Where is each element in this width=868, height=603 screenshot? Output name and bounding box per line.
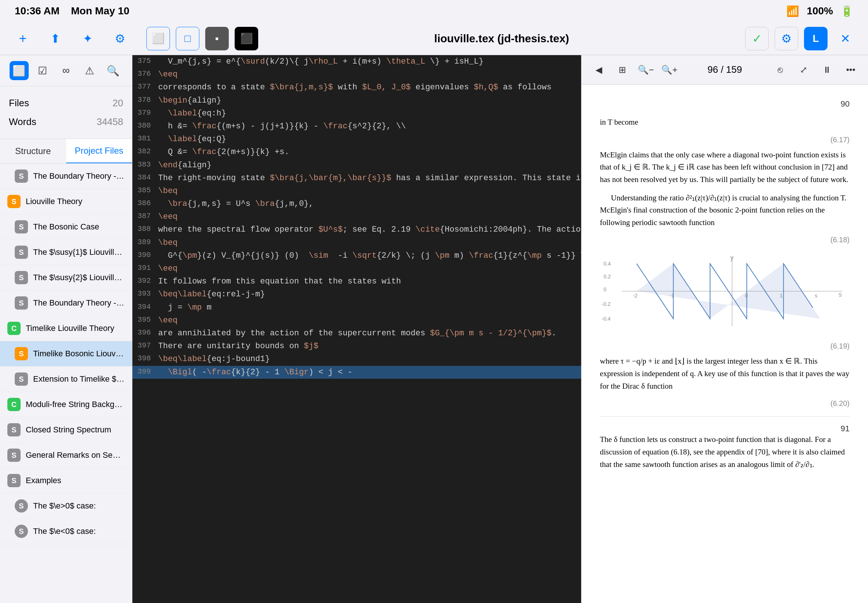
- preview-divider: [600, 416, 849, 417]
- formula-620-num: (6.20): [831, 399, 849, 408]
- preview-pause-button[interactable]: ⏸: [817, 60, 837, 80]
- preview-content[interactable]: 90 in T become 2xj = 2dj/b = 1 − q/p − k…: [582, 85, 868, 603]
- item-label: Timelike Bosonic Liouville T...: [33, 349, 125, 359]
- sidebar-select-button[interactable]: ⬜: [9, 61, 29, 80]
- code-line-398: 398 \beq\label{eq:j-bound1}: [132, 353, 581, 365]
- document-title: liouville.tex (jd-thesis.tex): [434, 32, 569, 45]
- item-label: Liouville Theory: [26, 197, 82, 206]
- close-button[interactable]: ✕: [834, 27, 857, 50]
- settings-icon-button[interactable]: ⚙: [108, 27, 132, 50]
- list-item[interactable]: C Moduli-free String Backgro...: [0, 392, 132, 417]
- sidebar-list: S The Boundary Theory -- D-... S Liouvil…: [0, 164, 132, 603]
- formula-619-num: (6.19): [831, 342, 849, 350]
- list-item[interactable]: S The $\e<0$ case:: [0, 519, 132, 544]
- item-icon-s: S: [15, 373, 28, 386]
- code-line-389: 389 \beq: [132, 237, 581, 249]
- preview-export-button[interactable]: ⎋: [770, 60, 790, 80]
- svg-text:s: s: [839, 291, 842, 298]
- item-label: The Boundary Theory -- D-...: [33, 298, 125, 308]
- dark-pane-button[interactable]: ⬛: [235, 27, 258, 50]
- editor-content[interactable]: 375 V_m^{j,s} = e^{\surd(k/2)\{ j\rho_L …: [132, 55, 581, 603]
- item-label: Closed String Spectrum: [26, 425, 111, 434]
- preview-back-button[interactable]: ◀: [589, 60, 609, 80]
- formula-617-content: 2xj = 2dj/b = 1 − q/p − kj√p/q: [600, 135, 694, 145]
- list-item[interactable]: S The Bosonic Case: [0, 214, 132, 240]
- list-item[interactable]: S The $\susy{1}$ Liouville Th...: [0, 240, 132, 265]
- preview-zoom-in-button[interactable]: 🔍+: [659, 60, 679, 80]
- split-pane-button[interactable]: ▪: [205, 27, 229, 50]
- svg-text:-2: -2: [633, 293, 638, 298]
- add-button[interactable]: +: [11, 27, 34, 50]
- item-label: The $\e<0$ case:: [33, 527, 96, 536]
- list-item[interactable]: S Extension to Timelike $\sus...: [0, 366, 132, 392]
- list-item[interactable]: S The Boundary Theory -- D-...: [0, 291, 132, 316]
- code-line-384: 384 The right-moving state $\bra{j,\bar{…: [132, 172, 581, 185]
- list-item[interactable]: C Timelike Liouville Theory: [0, 316, 132, 341]
- status-bar: 10:36 AM Mon May 10 📶 100% 🔋: [0, 0, 868, 22]
- preview-grid-button[interactable]: ⊞: [613, 60, 632, 80]
- list-item[interactable]: S Examples: [0, 468, 132, 493]
- item-icon-s: S: [7, 423, 21, 436]
- svg-text:0.4: 0.4: [603, 261, 611, 267]
- item-icon-s-orange: S: [7, 195, 21, 208]
- code-line-381: 381 \label{eq:Q}: [132, 133, 581, 145]
- code-line-390: 390 G^{\pm}(z) V_{m}^{j(s)} (0) \sim -i …: [132, 249, 581, 262]
- formula-620: ∂/∂x Dp(x) = −1 + Σn∈ℤ δ(px − n). (6.20): [600, 398, 849, 409]
- sidebar-search-button[interactable]: 🔍: [103, 61, 122, 80]
- sidebar-check-button[interactable]: ☑: [33, 61, 52, 80]
- sidebar-toolbar: ⬜ ☑ ∞ ⚠ 🔍: [0, 55, 132, 87]
- main-content: ⬜ ☑ ∞ ⚠ 🔍 Files 20 Words 34458 Structure…: [0, 55, 868, 603]
- sidebar-stats: Files 20 Words 34458: [0, 87, 132, 139]
- code-line-386: 386 \bra{j,m,s} = U^s \bra{j,m,0},: [132, 198, 581, 210]
- sidebar-warning-button[interactable]: ⚠: [80, 61, 99, 80]
- formula-617: 2xj = 2dj/b = 1 − q/p − kj√p/q (6.17): [600, 135, 849, 145]
- item-icon-circle: S: [15, 499, 28, 513]
- code-line-385: 385 \beq: [132, 185, 581, 198]
- code-line-388: 388 where the spectral flow operator $U^…: [132, 223, 581, 236]
- list-item[interactable]: S The $\e>0$ case:: [0, 493, 132, 519]
- code-line-378: 378 \begin{align}: [132, 94, 581, 107]
- preview-more-button[interactable]: •••: [841, 60, 861, 80]
- code-line-394: 394 j = \mp m: [132, 301, 581, 314]
- code-line-397: 397 There are unitarity bounds on $j$: [132, 340, 581, 353]
- item-label: The Bosonic Case: [33, 222, 99, 232]
- svg-text:-0.4: -0.4: [602, 316, 611, 322]
- item-icon-s: S: [7, 474, 21, 487]
- item-icon-s: S: [15, 271, 28, 284]
- sparkle-button[interactable]: ✦: [76, 27, 99, 50]
- page-indicator: 96 / 159: [708, 64, 742, 75]
- svg-text:0: 0: [603, 286, 607, 292]
- upload-button[interactable]: ⬆: [43, 27, 67, 50]
- item-label: Moduli-free String Backgro...: [26, 400, 125, 409]
- tab-project-files[interactable]: Project Files: [66, 139, 132, 163]
- item-label: The Boundary Theory -- D-...: [33, 171, 125, 181]
- sidebar: ⬜ ☑ ∞ ⚠ 🔍 Files 20 Words 34458 Structure…: [0, 55, 132, 603]
- preview-in-t-become: in T become: [600, 116, 849, 129]
- preview-page-counter: 96 / 159: [708, 64, 742, 76]
- svg-text:1: 1: [780, 293, 783, 298]
- single-pane-button[interactable]: □: [176, 27, 200, 50]
- code-line-399: 399 \Bigl( -\frac{k}{2} - 1 \Bigr) < j <…: [132, 366, 581, 379]
- list-item[interactable]: S Closed String Spectrum: [0, 417, 132, 443]
- list-item-active[interactable]: S Timelike Bosonic Liouville T...: [0, 341, 132, 366]
- formula-619: Dp(x) = limε→0 (1/2π) · ∂₁(x|−q/p+iε)/∂₁…: [600, 341, 849, 351]
- svg-text:0: 0: [745, 293, 748, 298]
- status-time: 10:36 AM: [15, 5, 60, 17]
- files-count: 20: [113, 97, 123, 109]
- sidebar-infinity-button[interactable]: ∞: [56, 61, 76, 80]
- tab-structure[interactable]: Structure: [0, 139, 66, 163]
- item-label: The $\susy{2}$ Liouville Th...: [33, 273, 125, 282]
- gear-button[interactable]: ⚙: [775, 27, 798, 50]
- l-button[interactable]: L: [804, 27, 828, 50]
- list-item[interactable]: S The Boundary Theory -- D-...: [0, 164, 132, 189]
- list-item[interactable]: S General Remarks on Search...: [0, 443, 132, 468]
- list-item[interactable]: S The $\susy{2}$ Liouville Th...: [0, 265, 132, 291]
- formula-620-content: ∂/∂x Dp(x) = −1 + Σn∈ℤ δ(px − n).: [600, 398, 710, 409]
- check-button[interactable]: ✓: [745, 27, 769, 50]
- list-item[interactable]: S Liouville Theory: [0, 189, 132, 214]
- svg-text:s: s: [815, 293, 817, 298]
- preview-zoom-out-button[interactable]: 🔍−: [636, 60, 656, 80]
- sidebar-toggle-button[interactable]: ⬜: [146, 27, 170, 50]
- status-time-date: 10:36 AM Mon May 10: [15, 5, 130, 17]
- preview-fullscreen-button[interactable]: ⤢: [794, 60, 814, 80]
